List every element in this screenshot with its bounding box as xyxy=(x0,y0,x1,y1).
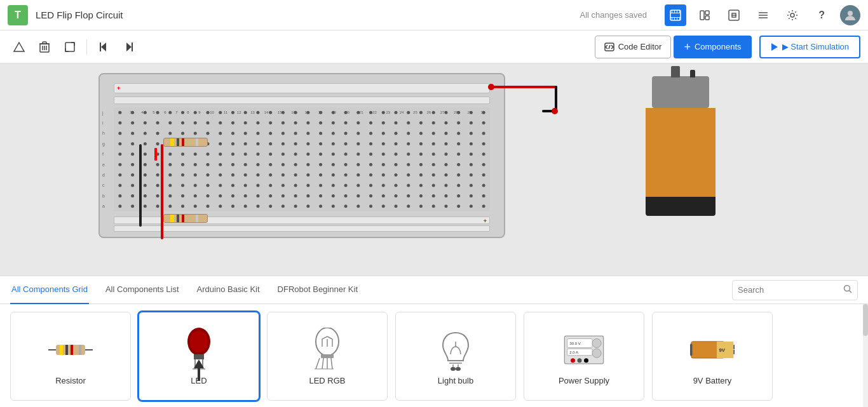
save-status: All changes saved xyxy=(580,10,648,20)
svg-line-64 xyxy=(316,358,320,369)
components-label: Components xyxy=(695,42,742,51)
svg-rect-3 xyxy=(672,10,672,13)
help-icon-btn[interactable]: ? xyxy=(811,4,832,26)
svg-text:30.0 V: 30.0 V xyxy=(569,341,581,345)
svg-rect-10 xyxy=(679,18,680,20)
svg-point-82 xyxy=(592,349,601,357)
search-icon[interactable] xyxy=(843,284,852,295)
power-supply-icon: 30.0 V 2.0 A xyxy=(562,328,606,372)
svg-line-61 xyxy=(322,337,327,339)
scrollbar-track[interactable] xyxy=(863,304,868,407)
light-bulb-label: Light bulb xyxy=(438,376,473,385)
led-rgb-label: LED RGB xyxy=(309,376,345,385)
search-input[interactable] xyxy=(738,285,839,295)
battery xyxy=(646,76,715,222)
led-rgb-icon xyxy=(305,328,349,372)
delete-btn[interactable] xyxy=(33,36,56,58)
svg-point-85 xyxy=(584,358,588,363)
power-supply-label: Power Supply xyxy=(559,376,609,385)
component-power-supply[interactable]: 30.0 V 2.0 A Power Supply xyxy=(524,312,644,401)
svg-rect-63 xyxy=(321,354,334,358)
svg-marker-36 xyxy=(771,43,778,51)
project-title: LED Flip Flop Circuit xyxy=(36,10,300,20)
tab-arduino-basic-kit[interactable]: Arduino Basic Kit xyxy=(196,276,261,304)
svg-text:2.0 A: 2.0 A xyxy=(569,350,579,354)
svg-marker-22 xyxy=(14,43,24,51)
resize-btn[interactable] xyxy=(58,36,81,58)
toolbar: Code Editor + Components ▶ Start Simulat… xyxy=(0,30,868,63)
svg-marker-30 xyxy=(101,43,106,51)
svg-rect-12 xyxy=(705,11,709,15)
svg-point-20 xyxy=(790,13,794,17)
9v-battery-label: 9V Battery xyxy=(693,376,732,385)
svg-rect-48 xyxy=(71,345,73,355)
code-editor-label: Code Editor xyxy=(618,42,662,51)
start-simulation-label: ▶ Start Simulation xyxy=(782,42,849,51)
component-led-rgb[interactable]: LED RGB xyxy=(267,312,388,401)
components-panel: All Components Grid All Components List … xyxy=(0,276,868,407)
svg-text:9V: 9V xyxy=(719,347,726,353)
svg-rect-29 xyxy=(65,43,74,51)
9v-battery-icon: 9V xyxy=(690,328,735,372)
svg-rect-5 xyxy=(677,10,677,13)
list-icon-btn[interactable] xyxy=(752,4,774,26)
svg-marker-32 xyxy=(126,43,132,51)
code-editor-button[interactable]: Code Editor xyxy=(595,36,672,58)
svg-rect-28 xyxy=(43,42,46,44)
svg-rect-11 xyxy=(700,11,704,20)
add-shape-btn[interactable] xyxy=(8,36,31,58)
tab-all-components-grid[interactable]: All Components Grid xyxy=(10,276,89,304)
svg-point-21 xyxy=(848,11,853,16)
prev-btn[interactable] xyxy=(92,36,115,58)
components-grid: Resistor xyxy=(0,304,868,407)
svg-line-62 xyxy=(327,337,332,339)
svg-point-81 xyxy=(592,338,601,347)
layout-icon-btn[interactable] xyxy=(694,4,715,26)
next-btn[interactable] xyxy=(118,36,140,58)
svg-rect-91 xyxy=(733,350,735,354)
svg-rect-7 xyxy=(672,18,672,20)
svg-rect-33 xyxy=(132,43,133,51)
svg-rect-53 xyxy=(194,354,204,359)
breadboard[interactable]: + jihgfedcba 234567891011121314151617181… xyxy=(98,73,505,238)
svg-rect-2 xyxy=(670,17,681,18)
component-led[interactable]: LED xyxy=(139,312,259,401)
light-bulb-icon xyxy=(433,328,478,372)
svg-line-67 xyxy=(331,358,332,369)
app-logo[interactable]: T xyxy=(8,5,28,25)
circuit-icon-btn[interactable] xyxy=(723,4,745,26)
canvas-area[interactable]: + jihgfedcba 234567891011121314151617181… xyxy=(0,63,868,276)
resistor-label: Resistor xyxy=(55,376,86,385)
component-9v-battery[interactable]: 9V 9V Battery xyxy=(652,312,773,401)
svg-point-83 xyxy=(571,358,575,363)
component-light-bulb[interactable]: Light bulb xyxy=(395,312,516,401)
led-icon xyxy=(177,328,221,372)
film-icon-btn[interactable] xyxy=(665,4,686,26)
search-box xyxy=(732,280,858,300)
svg-point-84 xyxy=(578,358,582,363)
svg-rect-13 xyxy=(705,16,709,20)
component-resistor[interactable]: Resistor xyxy=(10,312,131,401)
svg-rect-8 xyxy=(674,18,675,20)
toolbar-divider xyxy=(86,39,87,55)
user-avatar[interactable] xyxy=(840,5,860,25)
svg-rect-4 xyxy=(674,10,675,13)
svg-rect-46 xyxy=(60,345,63,355)
resistor-icon xyxy=(48,328,93,372)
svg-rect-90 xyxy=(733,345,735,349)
components-button[interactable]: + Components xyxy=(674,36,751,58)
svg-point-41 xyxy=(552,108,558,114)
svg-rect-6 xyxy=(679,10,680,13)
svg-rect-49 xyxy=(79,345,81,355)
tab-all-components-list[interactable]: All Components List xyxy=(104,276,180,304)
svg-point-74 xyxy=(451,367,456,371)
svg-line-35 xyxy=(609,45,610,49)
svg-line-43 xyxy=(850,291,852,293)
svg-rect-92 xyxy=(690,344,693,356)
start-simulation-button[interactable]: ▶ Start Simulation xyxy=(759,36,860,58)
svg-rect-31 xyxy=(100,43,101,51)
tab-dfrobot-beginner-kit[interactable]: DFRobot Beginner Kit xyxy=(276,276,359,304)
svg-rect-1 xyxy=(670,13,681,13)
settings-icon-btn[interactable] xyxy=(782,4,803,26)
scrollbar-thumb[interactable] xyxy=(863,304,868,336)
